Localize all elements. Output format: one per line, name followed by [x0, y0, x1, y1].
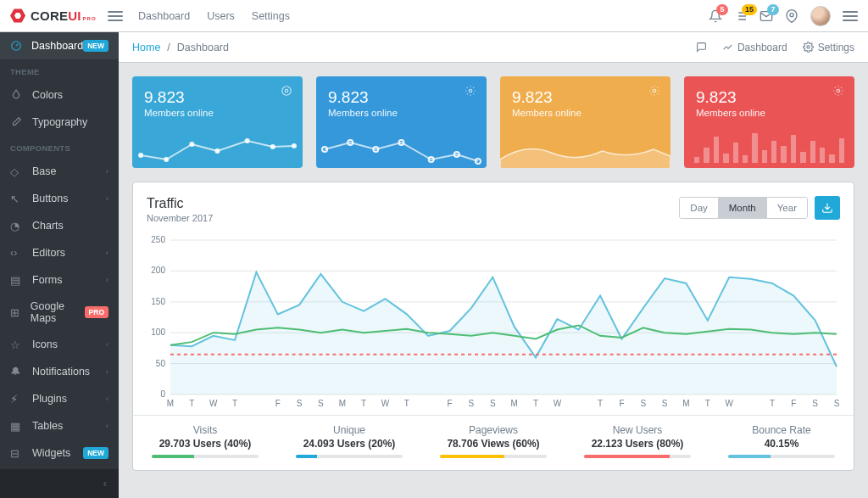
sidebar-item-editors[interactable]: ‹›Editors‹	[0, 239, 119, 266]
svg-text:200: 200	[151, 266, 165, 275]
mail-icon[interactable]: 7	[760, 9, 773, 23]
sidebar-minimizer[interactable]: ‹	[0, 469, 119, 498]
svg-text:T: T	[232, 399, 237, 408]
svg-text:50: 50	[156, 359, 166, 368]
svg-text:M: M	[167, 399, 174, 408]
code-icon: ‹›	[10, 247, 24, 259]
stat-value: 22.123 Users (80%)	[570, 438, 704, 450]
bc-settings-link[interactable]: Settings	[803, 42, 854, 53]
svg-text:T: T	[598, 399, 603, 408]
svg-point-6	[138, 153, 143, 158]
sidebar-label: Notifications	[32, 366, 90, 378]
chevron-left-icon: ‹	[106, 422, 108, 430]
download-button[interactable]	[815, 196, 840, 220]
stat-title: Pageviews	[426, 424, 560, 436]
sidebar-label: Dashboard	[31, 40, 83, 52]
header-right: 5 15 7	[709, 6, 858, 26]
widget-gear-icon[interactable]	[648, 85, 660, 99]
brand-logo[interactable]: COREUI PRO	[10, 8, 108, 24]
bc-dashboard-link[interactable]: Dashboard	[722, 42, 787, 53]
svg-text:S: S	[490, 399, 496, 408]
svg-point-22	[837, 89, 840, 92]
sidebar-label: Charts	[32, 220, 64, 232]
sidebar-item-forms[interactable]: ▤Forms‹	[0, 266, 119, 294]
traffic-subtitle: November 2017	[147, 213, 213, 223]
traffic-header: Traffic November 2017 Day Month Year	[133, 182, 854, 227]
chevron-left-icon: ‹	[106, 249, 108, 257]
sidebar-item-typography[interactable]: Typography	[0, 109, 119, 136]
chevron-left-icon: ‹	[106, 194, 108, 203]
tasks-icon[interactable]: 15	[734, 9, 748, 23]
svg-point-7	[164, 157, 169, 162]
sidebar-item-gmaps[interactable]: ⊞Google MapsPRO	[0, 294, 119, 331]
svg-text:S: S	[318, 399, 324, 408]
chevron-left-icon: ‹	[106, 276, 108, 284]
chevron-left-icon: ‹	[106, 394, 108, 403]
svg-text:W: W	[381, 399, 390, 408]
table-icon: ▦	[10, 420, 24, 433]
sidebar-item-icons[interactable]: ☆Icons‹	[0, 331, 119, 358]
svg-text:T: T	[404, 399, 409, 408]
aside-toggle-icon[interactable]	[843, 11, 858, 21]
cursor-icon: ↖	[10, 193, 24, 205]
sidebar-label: Widgets	[32, 447, 70, 459]
stat-title: Unique	[282, 424, 416, 436]
svg-text:S: S	[297, 399, 303, 408]
svg-text:T: T	[770, 399, 775, 408]
sidebar-item-charts[interactable]: ◔Charts	[0, 212, 119, 239]
stat-pageviews: Pageviews78.706 Views (60%)	[421, 416, 565, 470]
bc-speech-icon[interactable]	[696, 42, 707, 53]
widget-settings-icon[interactable]	[281, 85, 292, 99]
pencil-icon	[10, 116, 24, 128]
svg-text:F: F	[791, 399, 796, 408]
topnav-dashboard[interactable]: Dashboard	[138, 10, 190, 22]
sidebar-item-base[interactable]: ◇Base‹	[0, 158, 119, 185]
sidebar-item-plugins[interactable]: ⚡︎Plugins‹	[0, 385, 119, 412]
topnav-settings[interactable]: Settings	[252, 10, 290, 22]
sidebar-label: Editors	[32, 247, 65, 259]
user-avatar[interactable]	[810, 6, 831, 26]
period-day[interactable]: Day	[680, 198, 717, 218]
sidebar-label: Tables	[32, 420, 63, 432]
breadcrumb-current: Dashboard	[177, 42, 229, 53]
location-icon[interactable]	[785, 9, 798, 23]
tasks-badge: 15	[742, 4, 757, 15]
svg-point-21	[653, 89, 656, 92]
sidebar-item-tables[interactable]: ▦Tables‹	[0, 412, 119, 439]
widget-label: Members online	[328, 108, 475, 118]
widget-value: 9.823	[696, 88, 843, 107]
widget-card-4: 9.823 Members online	[684, 76, 854, 168]
sidebar-label: Google Maps	[31, 300, 85, 324]
svg-text:F: F	[448, 399, 453, 408]
sidebar-item-buttons[interactable]: ↖Buttons‹	[0, 185, 119, 212]
sidebar-item-dashboard[interactable]: Dashboard NEW	[0, 32, 119, 59]
widget-gear-icon[interactable]	[832, 85, 844, 99]
pro-badge: PRO	[85, 306, 108, 318]
stat-newusers: New Users22.123 Users (80%)	[565, 416, 709, 470]
breadcrumb: Home / Dashboard Dashboard Settings	[119, 32, 868, 63]
drop-icon	[10, 89, 24, 101]
speedometer-icon	[10, 40, 23, 52]
sidebar-item-colors[interactable]: Colors	[0, 81, 119, 109]
sidebar-toggle-icon[interactable]	[108, 11, 123, 21]
puzzle-icon: ◇	[10, 165, 24, 178]
widget-gear-icon[interactable]	[465, 85, 476, 99]
sidebar-item-notifications[interactable]: 🔔︎Notifications‹	[0, 358, 119, 385]
svg-text:S: S	[662, 399, 668, 408]
sidebar: Dashboard NEW THEME Colors Typography CO…	[0, 32, 119, 498]
period-month[interactable]: Month	[718, 198, 766, 218]
topnav-users[interactable]: Users	[207, 10, 235, 22]
widget-value: 9.823	[144, 88, 291, 107]
sidebar-label: Forms	[32, 274, 62, 286]
widget-label: Members online	[512, 108, 659, 118]
svg-text:S: S	[812, 399, 818, 408]
breadcrumb-actions: Dashboard Settings	[696, 42, 854, 53]
traffic-chart: 050100150200250MTWTFSSMTWTFSSMTWTFSSMTWT…	[133, 227, 854, 410]
sidebar-item-widgets[interactable]: ⊟WidgetsNEW	[0, 439, 119, 467]
breadcrumb-home[interactable]: Home	[132, 42, 160, 53]
breadcrumb-sep: /	[167, 42, 170, 53]
stat-value: 24.093 Users (20%)	[282, 438, 416, 450]
period-year[interactable]: Year	[766, 198, 807, 218]
sidebar-label: Typography	[32, 116, 87, 128]
bell-icon[interactable]: 5	[709, 9, 722, 23]
